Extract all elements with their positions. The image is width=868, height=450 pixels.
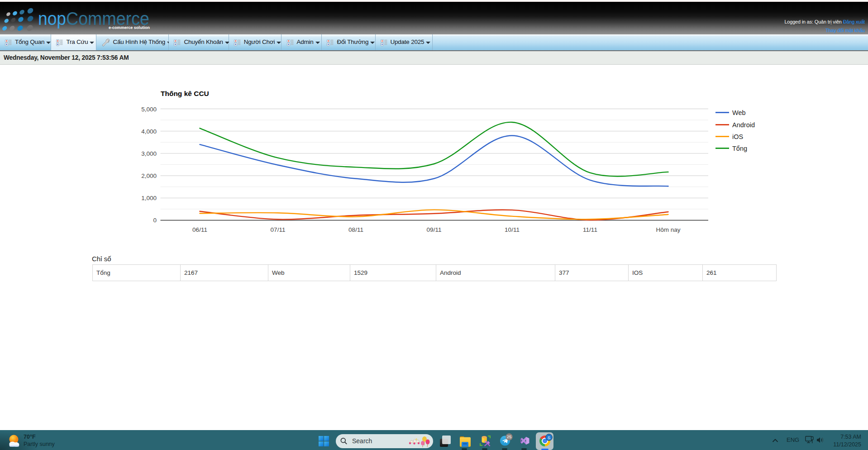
svg-text:3,000: 3,000 (141, 150, 157, 157)
svg-text:06/11: 06/11 (192, 226, 207, 233)
svg-text:10/11: 10/11 (505, 226, 520, 233)
svg-text:2,000: 2,000 (141, 172, 157, 179)
svg-text:S: S (548, 435, 550, 440)
svg-text:1,000: 1,000 (141, 195, 157, 201)
svg-text:07/11: 07/11 (271, 226, 286, 233)
svg-text:Thống kê CCU: Thống kê CCU (161, 90, 209, 97)
svg-text:nop: nop (38, 8, 66, 29)
svg-text:0: 0 (153, 217, 157, 224)
svg-text:e-commerce solution: e-commerce solution (109, 25, 150, 30)
svg-text:Hôm nay: Hôm nay (656, 226, 680, 233)
svg-text:25: 25 (507, 434, 512, 439)
svg-text:11/11: 11/11 (583, 226, 597, 233)
svg-text:08/11: 08/11 (348, 226, 363, 233)
svg-text:Web: Web (732, 109, 746, 116)
svg-text:4,000: 4,000 (141, 128, 157, 135)
svg-text:09/11: 09/11 (427, 226, 442, 233)
svg-text:Android: Android (732, 121, 755, 129)
svg-text:iOS: iOS (732, 133, 743, 140)
svg-text:Tổng: Tổng (732, 145, 747, 152)
svg-text:5,000: 5,000 (141, 106, 157, 113)
